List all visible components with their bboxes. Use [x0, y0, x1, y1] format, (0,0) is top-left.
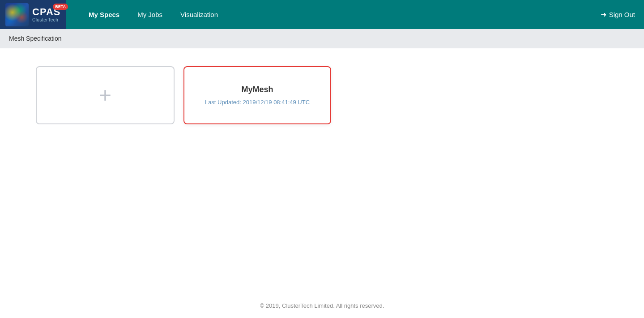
page-header: Mesh Specification [0, 29, 644, 48]
cards-row: + MyMesh Last Updated: 2019/12/19 08:41:… [36, 66, 635, 124]
brand-logo-image [5, 3, 29, 26]
mesh-spec-card[interactable]: MyMesh Last Updated: 2019/12/19 08:41:49… [183, 66, 331, 124]
signout-label: Sign Out [609, 11, 635, 18]
main-content: + MyMesh Last Updated: 2019/12/19 08:41:… [0, 48, 644, 293]
navbar: CPAS ClusterTech Beta My Specs My Jobs V… [0, 0, 644, 29]
footer: © 2019, ClusterTech Limited. All rights … [0, 293, 644, 318]
nav-my-specs[interactable]: My Specs [80, 0, 128, 29]
brand-logo[interactable]: CPAS ClusterTech Beta [0, 0, 66, 29]
mesh-card-last-updated: Last Updated: 2019/12/19 08:41:49 UTC [205, 99, 310, 106]
nav-links: My Specs My Jobs Visualization [80, 0, 227, 29]
add-icon: + [99, 85, 111, 106]
footer-text: © 2019, ClusterTech Limited. All rights … [260, 302, 384, 309]
nav-visualization[interactable]: Visualization [171, 0, 227, 29]
brand-clustertech-label: ClusterTech [32, 17, 61, 22]
nav-my-jobs[interactable]: My Jobs [128, 0, 171, 29]
page-title: Mesh Specification [9, 35, 62, 42]
navbar-right: ➜ Sign Out [601, 10, 635, 19]
mesh-card-title: MyMesh [241, 85, 273, 94]
beta-badge: Beta [53, 4, 68, 10]
signout-icon: ➜ [601, 10, 606, 19]
signout-button[interactable]: ➜ Sign Out [601, 10, 635, 19]
add-spec-card[interactable]: + [36, 66, 175, 124]
